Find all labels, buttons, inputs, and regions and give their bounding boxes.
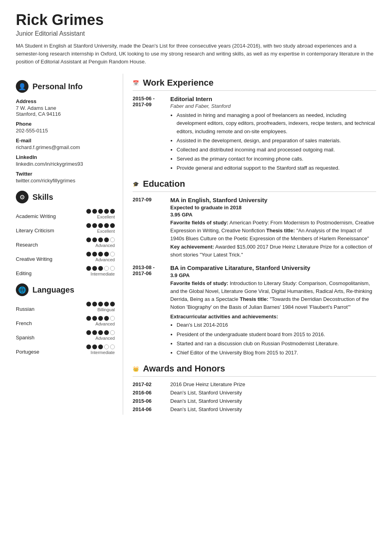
skill-item: Literary Criticism Excellent <box>16 223 115 233</box>
skill-item: Editing Intermediate <box>16 266 115 276</box>
skill-item: Research Advanced <box>16 237 115 248</box>
languages-list: Russian Billingual French Advanced Spani… <box>16 302 115 355</box>
edu-entry: 2017-09 MA in English, Stanford Universi… <box>133 197 376 259</box>
edu-body: Favorite fields of study: American Poetr… <box>170 219 376 259</box>
edu-entry: 2013-08 -2017-06 BA in Comparative Litar… <box>133 264 376 358</box>
language-name: Portugese <box>16 349 59 355</box>
edu-gpa: 3.9 GPA <box>170 272 376 278</box>
skills-list: Academic Writing Excellent Literary Crit… <box>16 209 115 276</box>
skills-icon: ⚙ <box>16 191 29 203</box>
edu-content: BA in Comparative Litarature, Stanford U… <box>170 264 376 358</box>
work-bullet: Assisted in hiring and managing a pool o… <box>177 111 376 135</box>
award-entry: 2015-06 Dean's List, Stanford University <box>133 398 376 404</box>
skill-name: Editing <box>16 270 59 276</box>
award-name: 2016 Drue Heinz Literature Prize <box>170 381 245 387</box>
work-company: Faber and Faber, Stanford <box>170 103 376 109</box>
personal-info-header: 👤 Personal Info <box>16 80 115 94</box>
skill-rating: Advanced <box>86 237 115 248</box>
award-date: 2016-06 <box>133 390 162 396</box>
language-rating: Advanced <box>86 316 115 326</box>
language-level: Intermediate <box>91 350 115 355</box>
edu-bullet: Started and ran a discussion club on Rus… <box>177 340 376 348</box>
skill-level: Excellent <box>97 214 115 219</box>
language-item: French Advanced <box>16 316 115 326</box>
extracurricular-label: Extracurricular activities and achieveme… <box>170 314 376 320</box>
skill-level: Excellent <box>97 229 115 233</box>
work-bullet: Provide general and editorial support to… <box>177 164 376 172</box>
language-item: Spanish Advanced <box>16 330 115 341</box>
edu-body: Favorite fields of study: Introduction t… <box>170 279 376 312</box>
phone-block: Phone 202-555-0115 <box>16 121 115 134</box>
work-bullet: Assisted in the development, design, and… <box>177 137 376 145</box>
skill-rating: Excellent <box>86 209 115 219</box>
language-rating: Advanced <box>86 330 115 341</box>
edu-sub1: Expected to graduate in 2018 <box>170 205 376 211</box>
language-name: Russian <box>16 306 59 312</box>
linkedin-label: LinkedIn <box>16 154 115 160</box>
linkedin-block: LinkedIn linkedin.com/in/rickygrimes93 <box>16 154 115 167</box>
award-name: Dean's List, Stanford University <box>170 406 242 412</box>
languages-title: Languages <box>32 285 74 295</box>
twitter-label: Twitter <box>16 171 115 177</box>
linkedin-value: linkedin.com/in/rickygrimes93 <box>16 161 115 167</box>
work-entries: 2015-06 -2017-09 Editorial Intern Faber … <box>133 96 376 173</box>
award-name: Dean's List, Stanford University <box>170 398 242 404</box>
language-name: Spanish <box>16 335 59 341</box>
language-level: Advanced <box>95 336 115 341</box>
skill-name: Creative Writing <box>16 256 59 262</box>
edu-bullet: Dean's List 2014-2016 <box>177 321 376 329</box>
language-name: French <box>16 320 59 326</box>
education-icon: 🎓 <box>133 181 139 187</box>
skill-rating: Intermediate <box>86 266 115 276</box>
awards-entries: 2017-02 2016 Drue Heinz Literature Prize… <box>133 381 376 412</box>
phone-label: Phone <box>16 121 115 127</box>
address-line1: 7 W. Adams Lane <box>16 105 115 111</box>
twitter-block: Twitter twitter.com/rickyfillygrimes <box>16 171 115 184</box>
skill-name: Research <box>16 242 59 248</box>
skill-level: Intermediate <box>91 272 115 276</box>
award-entry: 2017-02 2016 Drue Heinz Literature Prize <box>133 381 376 387</box>
skill-name: Academic Writing <box>16 213 59 219</box>
skills-header: ⚙ Skills <box>16 191 115 205</box>
full-name: Rick Grimes <box>16 12 376 29</box>
work-date: 2015-06 -2017-09 <box>133 96 162 173</box>
work-entry: 2015-06 -2017-09 Editorial Intern Faber … <box>133 96 376 173</box>
awards-icon: 👑 <box>133 366 139 372</box>
email-block: E-mail richard.f.grimes@gmail.com <box>16 138 115 150</box>
work-experience-header: 📅 Work Experience <box>133 78 376 91</box>
skill-level: Advanced <box>95 257 115 262</box>
education-entries: 2017-09 MA in English, Stanford Universi… <box>133 197 376 358</box>
edu-title: BA in Comparative Litarature, Stanford U… <box>170 264 376 271</box>
skills-title: Skills <box>32 193 53 202</box>
award-date: 2015-06 <box>133 398 162 404</box>
personal-info-title: Personal Info <box>32 82 83 91</box>
skill-rating: Excellent <box>86 223 115 233</box>
edu-bullet: President of the undergraduate student b… <box>177 331 376 339</box>
edu-title: MA in English, Stanford University <box>170 197 376 203</box>
skill-item: Creative Writing Advanced <box>16 252 115 262</box>
skill-name: Literary Criticism <box>16 228 59 233</box>
edu-bullets: Dean's List 2014-2016President of the un… <box>170 321 376 357</box>
address-line2: Stanford, CA 94116 <box>16 111 115 117</box>
work-content: Editorial Intern Faber and Faber, Stanfo… <box>170 96 376 173</box>
awards-header: 👑 Awards and Honors <box>133 364 376 377</box>
edu-bullet: Chief Editor of the University Blog from… <box>177 349 376 357</box>
award-entry: 2014-06 Dean's List, Stanford University <box>133 406 376 412</box>
work-experience-title: Work Experience <box>143 78 213 88</box>
email-label: E-mail <box>16 138 115 144</box>
twitter-value: twitter.com/rickyfillygrimes <box>16 178 115 184</box>
email-value: richard.f.grimes@gmail.com <box>16 144 115 150</box>
skill-rating: Advanced <box>86 252 115 262</box>
phone-value: 202-555-0115 <box>16 128 115 134</box>
education-header: 🎓 Education <box>133 179 376 192</box>
award-entry: 2016-06 Dean's List, Stanford University <box>133 390 376 396</box>
work-bullets: Assisted in hiring and managing a pool o… <box>170 111 376 172</box>
award-name: Dean's List, Stanford University <box>170 390 242 396</box>
address-block: Address 7 W. Adams Lane Stanford, CA 941… <box>16 98 115 117</box>
work-bullet: Served as the primary contact for incomi… <box>177 155 376 163</box>
languages-icon: 🌐 <box>16 283 29 296</box>
language-level: Billingual <box>97 307 115 312</box>
awards-title: Awards and Honors <box>143 364 225 374</box>
award-date: 2017-02 <box>133 381 162 387</box>
award-date: 2014-06 <box>133 406 162 412</box>
